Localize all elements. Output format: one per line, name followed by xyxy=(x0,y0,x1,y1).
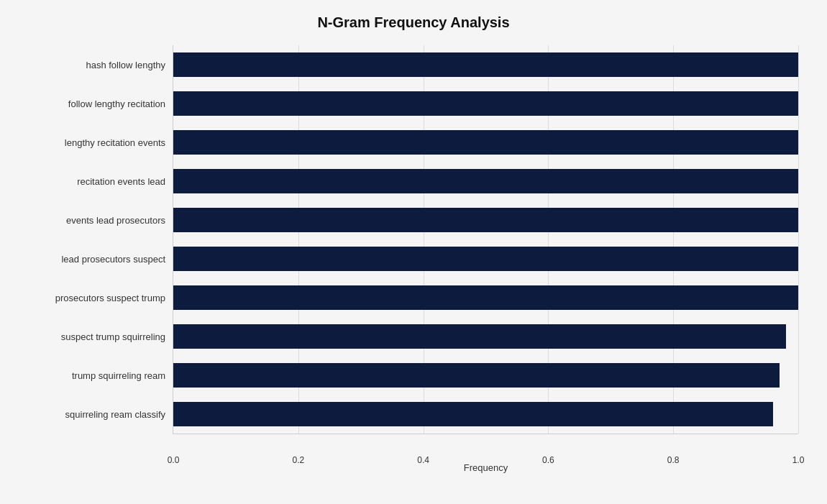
chart-title: N-Gram Frequency Analysis xyxy=(29,14,798,31)
x-tick: 0.4 xyxy=(417,455,429,465)
bar xyxy=(173,285,798,310)
bar xyxy=(173,247,798,271)
bar xyxy=(173,208,798,232)
x-tick: 0.2 xyxy=(292,455,304,465)
bar xyxy=(173,130,798,155)
y-label: hash follow lengthy xyxy=(29,60,165,70)
bar-row xyxy=(173,283,798,313)
bar xyxy=(173,363,780,388)
bar-row xyxy=(173,244,798,274)
bar xyxy=(173,402,773,426)
bar xyxy=(173,169,798,193)
bar-row xyxy=(173,360,798,390)
bar-row xyxy=(173,399,798,429)
y-label: lengthy recitation events xyxy=(29,138,165,147)
bar-row xyxy=(173,127,798,157)
bar xyxy=(173,52,798,77)
chart-area: hash follow lengthyfollow lengthy recita… xyxy=(29,45,798,434)
y-label: lead prosecutors suspect xyxy=(29,255,165,264)
y-label: recitation events lead xyxy=(29,177,165,186)
y-label: events lead prosecutors xyxy=(29,216,165,225)
y-labels: hash follow lengthyfollow lengthy recita… xyxy=(29,45,173,434)
y-label: prosecutors suspect trump xyxy=(29,293,165,303)
x-tick: 0.6 xyxy=(542,455,554,465)
chart-container: N-Gram Frequency Analysis hash follow le… xyxy=(0,0,827,504)
y-label: squirreling ream classify xyxy=(29,410,165,419)
x-label: Frequency xyxy=(464,462,508,473)
x-tick: 0.8 xyxy=(667,455,680,465)
bar xyxy=(173,324,786,349)
bar-row xyxy=(173,50,798,80)
bar-row xyxy=(173,205,798,235)
y-label: suspect trump squirreling xyxy=(29,332,165,342)
bar-row xyxy=(173,166,798,196)
x-tick: 0.0 xyxy=(168,455,180,465)
bar-row xyxy=(173,88,798,119)
grid-line xyxy=(798,45,799,434)
bar-row xyxy=(173,321,798,352)
bar xyxy=(173,91,798,116)
y-label: follow lengthy recitation xyxy=(29,99,165,109)
plot-area: 0.00.20.40.60.81.0 Frequency xyxy=(173,45,798,434)
x-tick: 1.0 xyxy=(792,455,805,465)
y-label: trump squirreling ream xyxy=(29,371,165,380)
